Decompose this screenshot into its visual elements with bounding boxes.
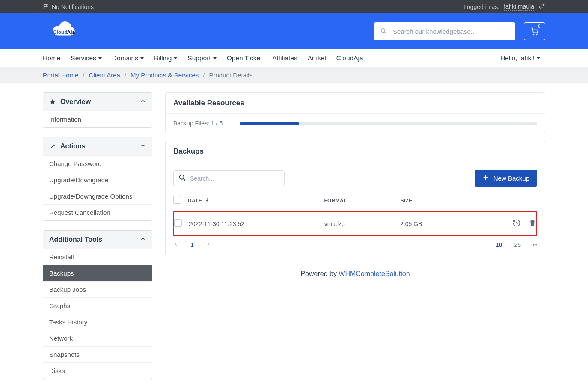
table-row: 2022-11-30 11:23:52 vma.lzo 2.05 GB xyxy=(173,211,537,236)
powered-by: Powered by WHMCompleteSolution xyxy=(165,263,545,295)
cart-button[interactable]: 0 xyxy=(524,22,545,40)
search-icon xyxy=(380,27,387,36)
delete-icon[interactable] xyxy=(529,219,536,229)
pagesize-inf[interactable]: ∞ xyxy=(533,241,537,248)
main-nav: Home Services Domains Billing Support Op… xyxy=(0,49,588,67)
available-resources-card: Available Resources Backup Files: 1 / 5 xyxy=(165,92,545,133)
star-icon xyxy=(49,98,56,105)
logo[interactable]: Cloud Aja xyxy=(43,20,81,43)
notifications-indicator[interactable]: No Notifications xyxy=(43,3,94,10)
available-resources-title: Available Resources xyxy=(166,93,545,114)
knowledgebase-search-input[interactable] xyxy=(393,28,509,35)
backups-table-header: DATE FORMAT SIZE xyxy=(173,190,537,211)
search-icon xyxy=(178,173,187,183)
sidebar-item-snapshots[interactable]: Snapshots xyxy=(43,346,152,362)
sidebar-item-backups[interactable]: Backups xyxy=(43,265,152,281)
pager-page-1[interactable]: 1 xyxy=(190,241,194,248)
sidebar-item-tasks-history[interactable]: Tasks History xyxy=(43,314,152,330)
nav-open-ticket[interactable]: Open Ticket xyxy=(222,49,267,67)
col-header-size[interactable]: SIZE xyxy=(401,198,499,204)
row-checkbox[interactable] xyxy=(174,219,182,227)
svg-point-4 xyxy=(536,34,537,35)
sidebar-item-request-cancellation[interactable]: Request Cancellation xyxy=(43,204,152,220)
sidebar-item-upgrade-options[interactable]: Upgrade/Downgrade Options xyxy=(43,188,152,204)
nav-home[interactable]: Home xyxy=(43,49,65,67)
chevron-up-icon xyxy=(140,236,146,243)
sidebar-tools-panel: Additional Tools Reinstall Backups Backu… xyxy=(43,230,152,379)
crumb-my-products[interactable]: My Products & Services xyxy=(131,71,199,79)
chevron-up-icon xyxy=(140,143,146,150)
caret-down-icon xyxy=(98,57,102,59)
switch-user-icon[interactable] xyxy=(538,3,545,11)
flag-icon xyxy=(43,3,49,10)
logged-in-label: Logged in as: xyxy=(463,3,499,10)
nav-user-menu[interactable]: Hello, fafiki! xyxy=(495,49,545,67)
sidebar-overview-panel: Overview Information xyxy=(43,92,152,128)
logged-in-user[interactable]: fafiki maula xyxy=(504,3,534,11)
backups-search[interactable] xyxy=(173,170,285,186)
sort-down-icon xyxy=(205,197,210,204)
pager-prev[interactable] xyxy=(173,241,178,248)
pager: 1 10 25 ∞ xyxy=(173,236,537,255)
nav-services[interactable]: Services xyxy=(65,49,107,67)
sidebar-item-disks[interactable]: Disks xyxy=(43,362,152,379)
chevron-up-icon xyxy=(140,98,146,106)
sidebar-item-backup-jobs[interactable]: Backup Jobs xyxy=(43,281,152,297)
sidebar-item-change-password[interactable]: Change Password xyxy=(43,155,152,172)
nav-artikel[interactable]: Artikel xyxy=(303,49,331,67)
knowledgebase-search[interactable] xyxy=(374,22,515,40)
col-header-format[interactable]: FORMAT xyxy=(324,198,400,204)
sidebar-actions-panel: Actions Change Password Upgrade/Downgrad… xyxy=(43,137,152,221)
powered-link[interactable]: WHMCompleteSolution xyxy=(339,270,410,277)
select-all-checkbox[interactable] xyxy=(173,196,181,204)
crumb-product-details: Product Details xyxy=(209,71,252,79)
row-date: 2022-11-30 11:23:52 xyxy=(189,220,324,227)
notifications-text: No Notifications xyxy=(52,3,94,10)
svg-point-3 xyxy=(533,34,534,35)
row-format: vma.lzo xyxy=(324,220,400,227)
pagesize-10[interactable]: 10 xyxy=(496,241,502,248)
svg-point-5 xyxy=(180,175,184,179)
nav-cloudaja[interactable]: CloudAja xyxy=(331,49,368,67)
nav-support[interactable]: Support xyxy=(182,49,221,67)
svg-point-2 xyxy=(381,28,385,32)
new-backup-button[interactable]: New Backup xyxy=(475,170,537,187)
sidebar-item-information[interactable]: Information xyxy=(43,111,152,127)
restore-icon[interactable] xyxy=(512,219,521,229)
sidebar-actions-header[interactable]: Actions xyxy=(43,137,152,155)
nav-billing[interactable]: Billing xyxy=(149,49,182,67)
nav-affiliates[interactable]: Affiliates xyxy=(267,49,302,67)
caret-down-icon xyxy=(213,57,217,59)
svg-text:Aja: Aja xyxy=(67,29,75,34)
caret-down-icon xyxy=(174,57,177,59)
nav-domains[interactable]: Domains xyxy=(107,49,149,67)
row-size: 2.05 GB xyxy=(400,220,498,227)
wrench-icon xyxy=(49,143,56,150)
caret-down-icon xyxy=(140,57,144,59)
sidebar-item-upgrade[interactable]: Upgrade/Downgrade xyxy=(43,172,152,188)
sidebar-tools-header[interactable]: Additional Tools xyxy=(43,231,152,249)
sidebar-item-graphs[interactable]: Graphs xyxy=(43,297,152,314)
svg-text:Cloud: Cloud xyxy=(53,29,67,34)
backups-title: Backups xyxy=(166,141,545,162)
backups-card: Backups New Backup xyxy=(165,141,545,255)
pagesize-25[interactable]: 25 xyxy=(514,241,521,248)
col-header-date[interactable]: DATE xyxy=(188,197,324,204)
backup-files-progress xyxy=(240,122,537,125)
crumb-client-area[interactable]: Client Area xyxy=(89,71,120,79)
sidebar-overview-header[interactable]: Overview xyxy=(43,93,152,111)
backup-files-label: Backup Files: 1 / 5 xyxy=(173,120,223,127)
pager-next[interactable] xyxy=(206,241,211,248)
sidebar-item-network[interactable]: Network xyxy=(43,330,152,346)
sidebar-item-reinstall[interactable]: Reinstall xyxy=(43,249,152,265)
cart-count-badge: 0 xyxy=(537,24,542,29)
crumb-portal-home[interactable]: Portal Home xyxy=(43,71,78,79)
breadcrumb: Portal Home / Client Area / My Products … xyxy=(0,67,588,83)
backups-search-input[interactable] xyxy=(190,175,280,182)
caret-down-icon xyxy=(537,57,540,59)
plus-icon xyxy=(482,174,489,182)
